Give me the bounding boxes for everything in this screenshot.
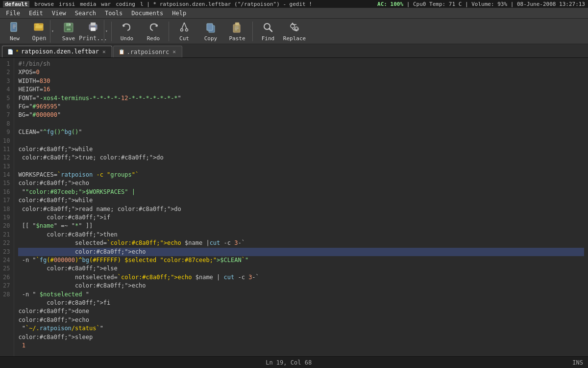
tabs-bar: 📄 * ratpoison.dzen.leftbar ✕ 📋 .ratpoiso… <box>0 44 588 58</box>
copy-label: Copy <box>204 35 218 42</box>
tab-ratpoisonrc[interactable]: 📋 .ratpoisonrc ✕ <box>113 46 182 57</box>
line-number: 28 <box>3 290 10 299</box>
separator-after-print <box>111 22 112 41</box>
active-workspace[interactable]: default <box>3 1 29 7</box>
print-label: Print... <box>79 35 107 42</box>
print-button-group[interactable]: Print... ▾ <box>82 20 109 43</box>
tab1-close[interactable]: ✕ <box>101 49 107 55</box>
line-number: 15 <box>3 179 10 187</box>
menu-help[interactable]: Help <box>168 9 190 18</box>
new-button[interactable]: New <box>2 20 27 43</box>
status-bar: Ln 19, Col 68 INS <box>0 356 588 368</box>
menu-bar: File Edit View Search Tools Documents He… <box>0 8 588 19</box>
svg-line-16 <box>182 23 184 29</box>
cut-button[interactable]: Cut <box>172 20 197 43</box>
paste-icon <box>229 21 245 34</box>
tab2-close[interactable]: ✕ <box>172 49 177 55</box>
top-bar: default browse irssi media war coding l … <box>0 0 588 8</box>
workspace-war[interactable]: war <box>101 1 111 7</box>
print-icon <box>87 21 99 34</box>
tab-ratpoison-dzen[interactable]: 📄 * ratpoison.dzen.leftbar ✕ <box>2 46 112 57</box>
line-number: 10 <box>3 137 10 145</box>
separator3: | <box>511 1 517 7</box>
tab1-icon: 📄 <box>7 49 13 54</box>
line-number: 18 <box>3 205 10 213</box>
new-icon <box>7 21 23 34</box>
line-number: 1 <box>3 60 10 68</box>
line-number: 17 <box>3 196 10 205</box>
menu-edit[interactable]: Edit <box>25 9 47 18</box>
copy-icon <box>203 21 219 34</box>
line-number: 27 <box>3 282 10 290</box>
window-title: l | * ratpoison.dzen.leftbar ("/ratpoiso… <box>140 1 312 7</box>
system-status: AC: 100% | Cpu0 Temp: 71 C | Volume: 93%… <box>377 1 585 7</box>
svg-line-26 <box>270 29 272 32</box>
chevron-down-icon-print: ▾ <box>105 29 108 33</box>
find-icon <box>260 21 276 34</box>
line-number: 19 <box>3 213 10 222</box>
svg-rect-0 <box>11 23 17 31</box>
menu-search[interactable]: Search <box>71 9 100 18</box>
redo-button[interactable]: Redo <box>141 20 166 43</box>
line-number: 9 <box>3 128 10 136</box>
replace-label: Replace <box>283 35 306 42</box>
new-label: New <box>10 35 20 42</box>
svg-rect-8 <box>67 28 71 30</box>
workspace-irssi[interactable]: irssi <box>59 1 75 7</box>
save-label: Save <box>62 35 75 42</box>
chevron-down-icon: ▾ <box>51 29 54 33</box>
find-label: Find <box>262 35 275 42</box>
menu-documents[interactable]: Documents <box>127 9 167 18</box>
replace-button[interactable]: Replace <box>282 20 307 43</box>
code-editor[interactable]: #!/bin/shXPOS=0WIDTH=830HEIGHT=16FONT="-… <box>14 58 588 356</box>
line-number: 8 <box>3 120 10 128</box>
tab2-label: .ratpoisonrc <box>127 49 170 55</box>
save-button[interactable]: Save <box>56 20 81 43</box>
copy-button[interactable]: Copy <box>198 20 223 43</box>
open-dropdown-arrow[interactable]: ▾ <box>50 20 55 43</box>
separator-after-paste <box>252 22 253 41</box>
cursor-position: Ln 19, Col 68 <box>266 359 312 366</box>
editor-container: 1234567891011121314151617181920212223242… <box>0 58 588 356</box>
line-number: 24 <box>3 256 10 264</box>
svg-rect-21 <box>235 23 239 26</box>
find-button[interactable]: Find <box>255 20 281 43</box>
ac-status: AC: 100% <box>377 1 403 7</box>
open-label: Open <box>32 35 47 42</box>
print-button[interactable]: Print... <box>82 20 104 43</box>
workspace-coding[interactable]: coding <box>116 1 135 7</box>
undo-button[interactable]: Undo <box>114 20 140 43</box>
open-button[interactable]: Open <box>28 20 50 43</box>
line-number: 4 <box>3 85 10 94</box>
svg-point-14 <box>181 29 183 31</box>
line-number: 20 <box>3 222 10 230</box>
line-number: 23 <box>3 248 10 256</box>
line-number: 6 <box>3 103 10 111</box>
line-number: 3 <box>3 77 10 85</box>
datetime: 08-June-2008 13:27:13 <box>517 1 585 7</box>
line-number: 16 <box>3 188 10 196</box>
modified-indicator: * <box>16 49 19 54</box>
tab2-icon: 📋 <box>119 49 124 54</box>
menu-file[interactable]: File <box>2 9 24 18</box>
editor-mode: INS <box>572 359 583 366</box>
line-number: 21 <box>3 231 10 239</box>
workspace-browse[interactable]: browse <box>34 1 54 7</box>
workspace-media[interactable]: media <box>80 1 96 7</box>
line-number: 12 <box>3 154 10 162</box>
line-number: 5 <box>3 94 10 103</box>
open-button-group[interactable]: Open ▾ <box>28 20 55 43</box>
menu-view[interactable]: View <box>48 9 70 18</box>
cpu-status: Cpu0 Temp: 71 C <box>413 1 462 7</box>
svg-rect-19 <box>207 24 213 30</box>
cut-label: Cut <box>179 35 189 42</box>
undo-label: Undo <box>121 35 134 42</box>
line-numbers: 1234567891011121314151617181920212223242… <box>0 58 14 356</box>
svg-rect-6 <box>66 23 70 26</box>
open-icon <box>33 21 45 34</box>
paste-button[interactable]: Paste <box>224 20 250 43</box>
replace-icon <box>287 21 302 34</box>
print-dropdown-arrow[interactable]: ▾ <box>104 20 109 43</box>
menu-tools[interactable]: Tools <box>101 9 126 18</box>
volume-status: Volume: 93% <box>471 1 507 7</box>
